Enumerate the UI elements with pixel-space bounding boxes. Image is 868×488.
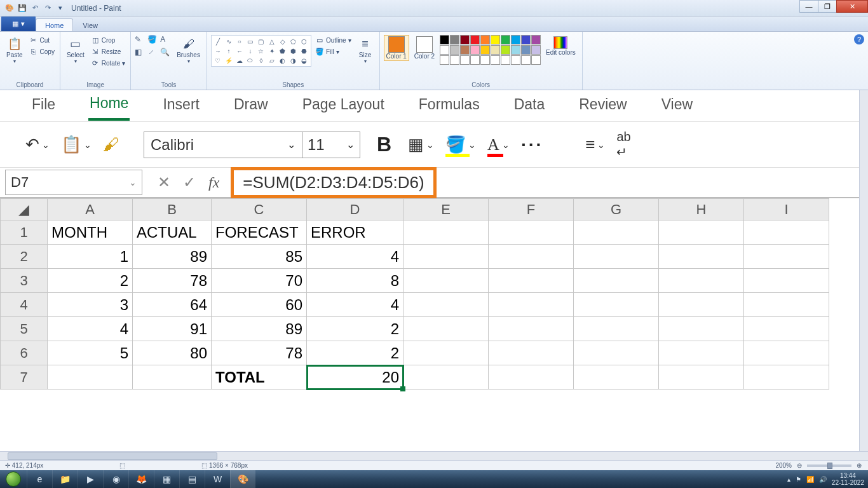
- borders-button[interactable]: ▦ ⌄: [408, 135, 434, 154]
- excel-tab-file[interactable]: File: [31, 92, 57, 119]
- color1-button[interactable]: Color 1: [384, 35, 409, 61]
- paint-tab-view[interactable]: View: [73, 18, 107, 31]
- start-button[interactable]: [0, 470, 27, 488]
- qat-dropdown-icon[interactable]: ▾: [55, 3, 66, 14]
- spreadsheet-grid[interactable]: ◢ A B C D E F G H I 1 MONTH ACTUAL FOREC…: [0, 198, 859, 390]
- shapes-gallery[interactable]: ╱∿○▭▢△◇⬠⬡ →↑←↓☆✦⬟⬢⬣ ♡⚡☁⬭◊▱◐◑◒: [211, 35, 311, 67]
- horizontal-scrollbar[interactable]: [0, 451, 868, 460]
- col-header-C[interactable]: C: [212, 199, 307, 220]
- taskbar-app1-icon[interactable]: ▦: [154, 470, 179, 488]
- restore-button[interactable]: ❐: [818, 0, 837, 13]
- picker-tool-icon[interactable]: ⟋: [147, 48, 159, 59]
- undo-icon[interactable]: ↶: [29, 3, 41, 14]
- excel-tab-pagelayout[interactable]: Page Layout: [301, 92, 386, 119]
- zoom-in-button[interactable]: ⊕: [857, 462, 862, 469]
- close-button[interactable]: ✕: [836, 0, 868, 13]
- size-button[interactable]: ≡ Size ▾: [355, 35, 376, 65]
- col-header-G[interactable]: G: [574, 199, 659, 220]
- select-all-corner[interactable]: ◢: [1, 199, 48, 220]
- bucket-tool-icon[interactable]: 🪣: [147, 35, 159, 46]
- zoom-tool-icon[interactable]: 🔍: [160, 48, 172, 59]
- excel-tab-formulas[interactable]: Formulas: [417, 92, 481, 119]
- undo-button[interactable]: ↶ ⌄: [25, 135, 50, 154]
- taskbar-firefox-icon[interactable]: 🦊: [128, 470, 154, 488]
- fill-handle-icon[interactable]: [400, 386, 405, 391]
- format-painter-button[interactable]: 🖌: [103, 135, 119, 154]
- tray-flag-icon[interactable]: ⚑: [796, 476, 801, 483]
- select-button[interactable]: ▭ Select ▾: [64, 35, 87, 65]
- paint-tab-home[interactable]: Home: [36, 18, 73, 31]
- excel-toolbar: ↶ ⌄ 📋 ⌄ 🖌 Calibri⌄ 11⌄ B ▦ ⌄ 🪣 ⌄ A ⌄ ···…: [0, 122, 859, 168]
- cut-button[interactable]: ✂Cut: [28, 35, 56, 45]
- fill-color-button[interactable]: 🪣 ⌄: [445, 135, 476, 154]
- vertical-scrollbar[interactable]: [859, 90, 868, 451]
- enter-formula-icon[interactable]: ✓: [183, 173, 196, 191]
- formula-bar: D7⌄ ✕ ✓ fx =SUM(D2:D3:D4:D5:D6): [0, 168, 859, 198]
- fill-button[interactable]: 🪣Fill ▾: [314, 46, 353, 57]
- col-header-H[interactable]: H: [659, 199, 744, 220]
- taskbar-mediaplayer-icon[interactable]: ▶: [78, 470, 103, 488]
- wrap-text-button[interactable]: ab↵: [616, 130, 630, 159]
- save-icon[interactable]: 💾: [17, 3, 28, 14]
- taskbar-paint-icon[interactable]: 🎨: [230, 470, 255, 488]
- col-header-A[interactable]: A: [48, 199, 133, 220]
- color2-button[interactable]: Color 2: [412, 35, 437, 61]
- paste-button[interactable]: 📋 Paste ▾: [4, 35, 25, 65]
- taskbar-app2-icon[interactable]: ▤: [179, 470, 205, 488]
- excel-tab-home[interactable]: Home: [88, 91, 130, 121]
- selected-cell-D7[interactable]: 20: [307, 365, 403, 390]
- col-header-F[interactable]: F: [489, 199, 574, 220]
- more-options-button[interactable]: ···: [521, 135, 543, 155]
- col-header-D[interactable]: D: [307, 199, 403, 220]
- copy-button[interactable]: ⎘Copy: [28, 46, 56, 57]
- paint-canvas[interactable]: File Home Insert Draw Page Layout Formul…: [0, 90, 859, 451]
- edit-colors-button[interactable]: Edit colors: [543, 35, 578, 57]
- font-size-select[interactable]: 11⌄: [302, 132, 360, 158]
- taskbar-ie-icon[interactable]: e: [27, 470, 52, 488]
- taskbar-chrome-icon[interactable]: ◉: [103, 470, 128, 488]
- selection-size: ⬚: [119, 462, 125, 469]
- col-header-E[interactable]: E: [403, 199, 489, 220]
- fx-icon[interactable]: fx: [208, 174, 219, 191]
- excel-tab-review[interactable]: Review: [578, 92, 628, 119]
- excel-tab-draw[interactable]: Draw: [233, 92, 269, 119]
- formula-input[interactable]: =SUM(D2:D3:D4:D5:D6): [231, 167, 436, 198]
- ribbon-group-tools: ✎ 🪣 A ◧ ⟋ 🔍 🖌 Brushes ▾ Tools: [131, 32, 207, 90]
- redo-icon[interactable]: ↷: [42, 3, 53, 14]
- paint-file-button[interactable]: ▦ ▾: [1, 16, 36, 31]
- col-header-B[interactable]: B: [133, 199, 212, 220]
- table-row: 7 TOTAL 20: [1, 365, 829, 390]
- table-row: 4 3 64 60 4: [1, 293, 829, 317]
- rotate-button[interactable]: ⟳Rotate ▾: [90, 58, 126, 68]
- text-tool-icon[interactable]: A: [160, 35, 172, 46]
- tray-chevron-icon[interactable]: ▴: [787, 476, 790, 483]
- excel-tab-data[interactable]: Data: [513, 92, 546, 119]
- taskbar-explorer-icon[interactable]: 📁: [52, 470, 78, 488]
- taskbar-word-icon[interactable]: W: [205, 470, 230, 488]
- tray-volume-icon[interactable]: 🔊: [819, 476, 827, 483]
- outline-button[interactable]: ▭Outline ▾: [314, 35, 353, 45]
- minimize-button[interactable]: —: [799, 0, 818, 13]
- cancel-formula-icon[interactable]: ✕: [158, 173, 170, 191]
- tray-network-icon[interactable]: 📶: [806, 476, 814, 483]
- font-name-select[interactable]: Calibri⌄: [144, 132, 302, 158]
- brushes-button[interactable]: 🖌 Brushes ▾: [174, 35, 203, 65]
- help-icon[interactable]: ?: [854, 34, 864, 44]
- resize-button[interactable]: ⇲Resize: [90, 46, 126, 57]
- excel-tab-insert[interactable]: Insert: [161, 92, 201, 119]
- tray-clock[interactable]: 13:44 22-11-2022: [832, 472, 864, 486]
- zoom-slider[interactable]: [807, 464, 851, 467]
- crop-button[interactable]: ◫Crop: [90, 35, 126, 45]
- zoom-level: 200%: [775, 462, 792, 469]
- bold-button[interactable]: B: [372, 133, 397, 156]
- name-box[interactable]: D7⌄: [5, 170, 142, 195]
- clipboard-button[interactable]: 📋 ⌄: [61, 135, 92, 154]
- eraser-tool-icon[interactable]: ◧: [135, 48, 146, 59]
- col-header-I[interactable]: I: [744, 199, 829, 220]
- pencil-tool-icon[interactable]: ✎: [135, 35, 146, 46]
- color-palette[interactable]: [440, 35, 541, 65]
- zoom-out-button[interactable]: ⊖: [797, 462, 802, 469]
- align-button[interactable]: ≡ ⌄: [585, 135, 605, 154]
- excel-tab-view[interactable]: View: [660, 92, 694, 119]
- font-color-button[interactable]: A ⌄: [487, 135, 510, 154]
